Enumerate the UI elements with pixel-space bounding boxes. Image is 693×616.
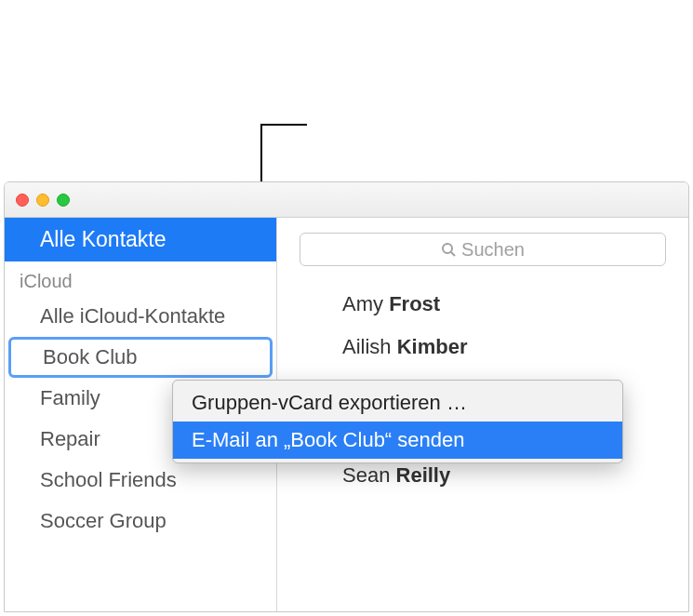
svg-line-1	[451, 252, 455, 256]
search-wrap: Suchen	[277, 233, 688, 283]
sidebar-item-school-friends[interactable]: School Friends	[5, 460, 276, 501]
callout-line-horizontal	[260, 124, 307, 126]
contact-first-name: Ailish	[342, 335, 392, 358]
contact-last-name: Reilly	[396, 463, 451, 487]
contact-first-name: Amy	[342, 292, 383, 315]
search-input[interactable]: Suchen	[300, 233, 666, 266]
search-placeholder: Suchen	[461, 239, 525, 261]
context-menu: Gruppen-vCard exportieren …E-Mail an „Bo…	[172, 380, 623, 463]
contact-last-name: Frost	[389, 292, 440, 315]
contact-first-name: Sean	[342, 463, 390, 487]
sidebar-header[interactable]: Alle Kontakte	[5, 218, 276, 261]
svg-point-0	[443, 244, 452, 253]
sidebar-section-label: iCloud	[5, 261, 276, 296]
window-titlebar	[5, 182, 688, 218]
minimize-icon[interactable]	[36, 194, 49, 207]
sidebar-item-book-club[interactable]: Book Club	[8, 337, 273, 378]
contact-list-item[interactable]: Amy Frost	[342, 283, 666, 326]
contact-list-item[interactable]: Ailish Kimber	[342, 326, 666, 368]
context-menu-item[interactable]: Gruppen-vCard exportieren …	[173, 384, 622, 422]
contacts-window: Alle Kontakte iCloud Alle iCloud-Kontakt…	[4, 181, 689, 612]
close-icon[interactable]	[16, 194, 29, 207]
contact-last-name: Kimber	[397, 335, 468, 358]
sidebar-item-soccer-group[interactable]: Soccer Group	[5, 501, 276, 542]
sidebar-item-alle-icloud-kontakte[interactable]: Alle iCloud-Kontakte	[5, 296, 276, 337]
context-menu-item[interactable]: E-Mail an „Book Club“ senden	[173, 422, 622, 459]
maximize-icon[interactable]	[57, 194, 70, 207]
search-icon	[441, 242, 456, 257]
